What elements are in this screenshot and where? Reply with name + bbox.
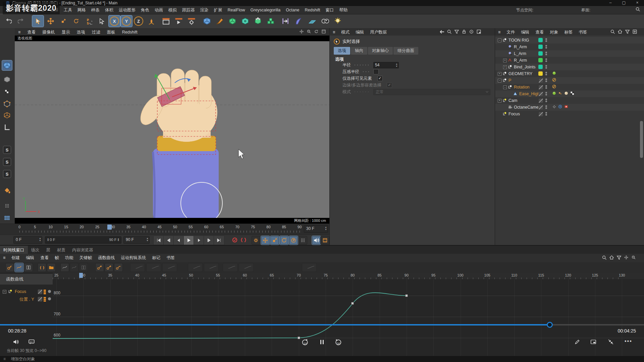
workflow-icon[interactable] (280, 15, 291, 27)
scale-tool[interactable] (58, 15, 69, 27)
object-menu-书签[interactable]: 书签 (576, 28, 590, 37)
layer-chip[interactable] (538, 38, 543, 42)
tag-octcam-icon[interactable] (564, 105, 569, 110)
mode-dropdown[interactable]: 正常 (373, 89, 490, 95)
autokey-icon[interactable] (240, 237, 247, 243)
expand-toggle[interactable]: + (498, 99, 501, 103)
add-box-icon[interactable] (632, 29, 638, 35)
menu-item-Greyscalegorilla[interactable]: Greyscalegorilla (248, 6, 283, 14)
hamburger-icon[interactable]: ≡ (0, 357, 6, 361)
timeline-playhead[interactable] (107, 225, 112, 230)
material-icon[interactable] (319, 15, 331, 27)
rotate-view-icon[interactable] (314, 29, 319, 35)
visibility-dots[interactable] (545, 105, 547, 110)
layer-chip[interactable] (538, 65, 543, 69)
fcurve-mode[interactable] (15, 263, 23, 272)
layer-chip[interactable] (538, 58, 543, 62)
key-rotation-toggle[interactable] (280, 236, 288, 245)
menu-item-Redshift[interactable]: Redshift (302, 6, 323, 14)
zoom-icon[interactable] (631, 255, 637, 260)
tag-bluetarget-icon[interactable] (558, 105, 563, 110)
object-menu-查看[interactable]: 查看 (532, 28, 547, 37)
tab-材质[interactable]: 材质 (54, 246, 69, 255)
render-view-button[interactable] (160, 15, 172, 27)
object-row-R_Arm[interactable]: +R_Arm (495, 57, 644, 64)
track-chip[interactable] (38, 289, 43, 294)
visibility-dots[interactable] (545, 92, 547, 96)
subtitle-icon[interactable] (28, 339, 35, 345)
menu-item-运动图形[interactable]: 运动图形 (116, 6, 138, 14)
fcurve-ruler[interactable]: 2530354045505560657075808590951001051101… (53, 273, 644, 279)
array-object[interactable] (265, 15, 276, 27)
search-icon[interactable] (635, 7, 641, 13)
redo-icon[interactable] (15, 15, 27, 27)
axis-x-lock[interactable]: X (109, 15, 120, 27)
perspective-viewport[interactable]: Y X (15, 41, 329, 218)
tab-细分曲面[interactable]: 细分曲面 (393, 47, 418, 55)
keyframe-point-1[interactable] (351, 302, 354, 305)
model-mode[interactable] (2, 74, 12, 84)
pause-button[interactable] (319, 339, 325, 345)
dope-menu-关键帧[interactable]: 关键帧 (76, 254, 95, 262)
object-row-L_Arm[interactable]: L_Arm (495, 50, 644, 57)
checkbox-边缘/多边形容差选择[interactable]: ✓ (387, 82, 392, 88)
dope-menu-运动剪辑系统[interactable]: 运动剪辑系统 (118, 254, 149, 262)
track-row-Focus[interactable]: −Focus (0, 288, 53, 295)
tab-层[interactable]: 层 (43, 246, 54, 255)
search-icon[interactable] (610, 29, 615, 35)
menu-item-工具[interactable]: 工具 (61, 6, 75, 14)
workplane-grid[interactable] (2, 213, 12, 223)
expand-toggle[interactable]: + (498, 72, 501, 76)
cloner-object[interactable] (252, 15, 264, 27)
visibility-dots[interactable] (545, 65, 547, 69)
solo-off[interactable]: S (2, 145, 12, 155)
menu-item-样条[interactable]: 样条 (89, 6, 102, 14)
axis-y-lock[interactable]: Y (121, 15, 132, 27)
viewport-menu-Redshift[interactable]: Redshift (119, 28, 141, 36)
object-row-OctaneCamera[interactable]: OctaneCamera (495, 104, 644, 111)
minimize-button[interactable]: – (604, 0, 617, 6)
tag-matball-icon[interactable] (564, 91, 569, 96)
preset-zero[interactable] (302, 263, 317, 272)
spinner-arrows-icon[interactable]: ▲▼ (395, 63, 398, 67)
hamburger-icon[interactable]: ≡ (330, 28, 338, 36)
object-row-GEOMETRY[interactable]: +GEOMETRY (495, 70, 644, 77)
target-icon[interactable] (469, 29, 474, 35)
tab-时间线窗口[interactable]: 时间线窗口 (0, 246, 28, 255)
tab-对象轴心[interactable]: 对象轴心 (368, 47, 393, 55)
record-keyframe-icon[interactable] (232, 237, 238, 243)
menu-item-体积[interactable]: 体积 (102, 6, 116, 14)
spline-pen[interactable] (214, 15, 225, 27)
menu-item-扩展[interactable]: 扩展 (211, 6, 225, 14)
layer-chip[interactable] (538, 105, 543, 110)
volume-builder[interactable] (239, 15, 251, 27)
visibility-dots[interactable] (545, 98, 547, 103)
current-frame-spinner[interactable]: 30 F▲▼ (304, 225, 328, 233)
dope-menu-书签[interactable]: 书签 (163, 254, 178, 262)
player-progress-remaining[interactable] (553, 324, 644, 325)
solo-hierarchy[interactable]: S (2, 169, 12, 179)
tab-内容浏览器[interactable]: 内容浏览器 (69, 246, 97, 255)
light-object[interactable] (332, 15, 343, 27)
object-menu-对象[interactable]: 对象 (547, 28, 561, 37)
snapshot-compare[interactable] (70, 263, 78, 272)
search-icon[interactable] (602, 255, 607, 260)
object-row-Rotation[interactable]: −Rotation (495, 84, 644, 90)
menu-item-渲染[interactable]: 渲染 (198, 6, 211, 14)
layer-chip[interactable] (538, 71, 543, 76)
checkbox-压感半径[interactable] (373, 69, 379, 74)
expand-toggle[interactable]: + (503, 59, 507, 62)
next-frame-button[interactable] (194, 236, 204, 245)
menu-item-Octane[interactable]: Octane (283, 6, 302, 14)
quantize-toggle[interactable] (2, 201, 12, 211)
funnel-icon[interactable] (616, 255, 622, 260)
more-icon[interactable]: ••• (625, 338, 632, 344)
fcurve-editor[interactable]: 函数曲线−Focus位置 . Y253035404550556065707580… (0, 273, 644, 362)
preset-spline[interactable] (130, 263, 145, 272)
expand-toggle[interactable]: − (3, 290, 6, 294)
visibility-dots[interactable] (545, 38, 547, 43)
tag-constraint-icon[interactable] (558, 91, 563, 96)
next-key-button[interactable] (204, 236, 214, 245)
tag-crosshair-icon[interactable] (552, 105, 557, 110)
keyframe-point-0[interactable] (298, 337, 300, 339)
